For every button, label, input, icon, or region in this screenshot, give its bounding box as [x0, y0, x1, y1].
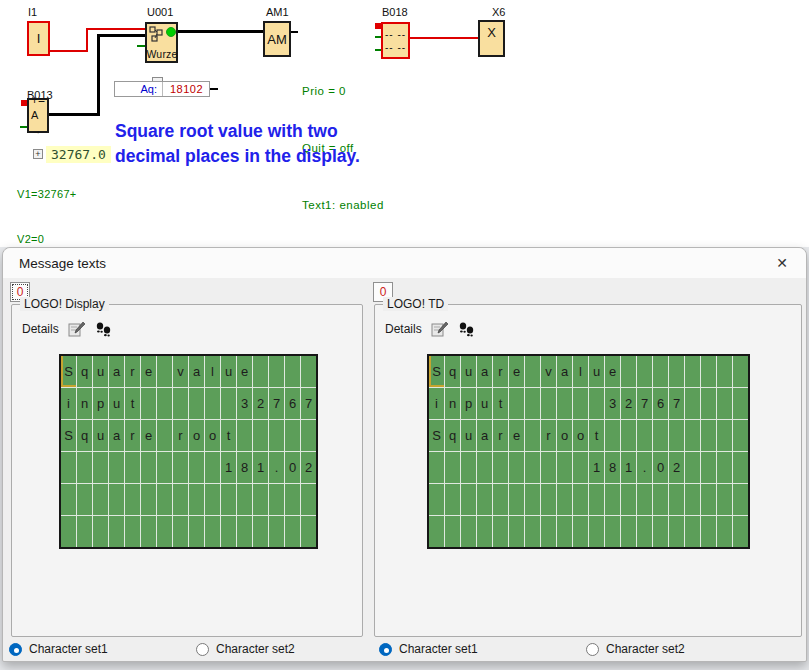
lcd-cell[interactable]: 8 [237, 452, 252, 483]
lcd-cell[interactable]: u [589, 356, 604, 387]
lcd-cell[interactable] [445, 452, 460, 483]
lcd-cell[interactable] [509, 484, 524, 515]
lcd-cell[interactable] [93, 452, 108, 483]
lcd-cell[interactable]: 3 [605, 388, 620, 419]
lcd-cell[interactable] [189, 452, 204, 483]
dialog-titlebar[interactable]: Message texts ✕ [3, 248, 806, 278]
lcd-cell[interactable] [509, 452, 524, 483]
lcd-cell[interactable]: l [205, 356, 220, 387]
lcd-cell[interactable] [509, 516, 524, 547]
lcd-cell[interactable] [125, 484, 140, 515]
lcd-cell[interactable] [205, 484, 220, 515]
lcd-cell[interactable] [685, 356, 700, 387]
lcd-cell[interactable] [621, 420, 636, 451]
lcd-cell[interactable] [557, 452, 572, 483]
lcd-cell[interactable] [205, 516, 220, 547]
lcd-cell[interactable] [125, 516, 140, 547]
lcd-cell[interactable] [573, 388, 588, 419]
lcd-cell[interactable] [733, 388, 748, 419]
lcd-cell[interactable] [237, 420, 252, 451]
radio-td-charset1[interactable]: Character set1 [379, 642, 478, 656]
lcd-cell[interactable]: o [205, 420, 220, 451]
lcd-cell[interactable] [157, 484, 172, 515]
lcd-cell[interactable] [701, 452, 716, 483]
lcd-cell[interactable]: e [509, 420, 524, 451]
lcd-cell[interactable] [525, 420, 540, 451]
lcd-cell[interactable] [605, 516, 620, 547]
lcd-cell[interactable] [109, 516, 124, 547]
lcd-cell[interactable] [253, 356, 268, 387]
lcd-cell[interactable] [653, 516, 668, 547]
lcd-cell[interactable] [157, 420, 172, 451]
lcd-cell[interactable] [733, 356, 748, 387]
lcd-cell[interactable]: 1 [621, 452, 636, 483]
lcd-cell[interactable]: i [429, 388, 444, 419]
lcd-cell[interactable]: a [109, 356, 124, 387]
lcd-cell[interactable]: r [173, 420, 188, 451]
lcd-cell[interactable] [621, 516, 636, 547]
lcd-cell[interactable] [461, 452, 476, 483]
lcd-cell[interactable] [157, 516, 172, 547]
radio-display-charset1[interactable]: Character set1 [9, 642, 108, 656]
lcd-cell[interactable]: 6 [285, 388, 300, 419]
lcd-cell[interactable]: t [221, 420, 236, 451]
lcd-cell[interactable] [653, 356, 668, 387]
lcd-cell[interactable] [637, 356, 652, 387]
lcd-cell[interactable]: r [125, 356, 140, 387]
lcd-cell[interactable] [77, 484, 92, 515]
lcd-cell[interactable] [733, 420, 748, 451]
lcd-cell[interactable] [141, 452, 156, 483]
lcd-cell[interactable] [109, 484, 124, 515]
lcd-cell[interactable]: p [461, 388, 476, 419]
lcd-cell[interactable]: 1 [253, 452, 268, 483]
lcd-cell[interactable] [717, 484, 732, 515]
lcd-cell[interactable] [237, 484, 252, 515]
lcd-cell[interactable]: p [93, 388, 108, 419]
block-i1[interactable]: I [27, 21, 50, 56]
lcd-cell[interactable] [61, 452, 76, 483]
lcd-cell[interactable] [109, 452, 124, 483]
lcd-cell[interactable] [189, 388, 204, 419]
lcd-cell[interactable] [541, 388, 556, 419]
lcd-cell[interactable]: v [541, 356, 556, 387]
lcd-cell[interactable] [733, 484, 748, 515]
lcd-cell[interactable] [269, 484, 284, 515]
lcd-cell[interactable] [685, 420, 700, 451]
lcd-cell[interactable]: q [77, 356, 92, 387]
lcd-cell[interactable]: . [269, 452, 284, 483]
lcd-cell[interactable] [557, 388, 572, 419]
lcd-cell[interactable] [445, 484, 460, 515]
lcd-cell[interactable] [285, 356, 300, 387]
lcd-cell[interactable] [669, 516, 684, 547]
lcd-cell[interactable] [301, 420, 316, 451]
ticker-footprints-icon[interactable] [95, 320, 113, 337]
lcd-cell[interactable] [253, 484, 268, 515]
block-am1[interactable]: AM [263, 21, 291, 57]
lcd-cell[interactable] [717, 388, 732, 419]
lcd-cell[interactable] [301, 516, 316, 547]
lcd-cell[interactable] [157, 452, 172, 483]
lcd-cell[interactable]: 7 [669, 388, 684, 419]
lcd-cell[interactable]: 8 [605, 452, 620, 483]
lcd-cell[interactable]: u [461, 420, 476, 451]
lcd-cell[interactable] [589, 388, 604, 419]
lcd-cell[interactable] [621, 356, 636, 387]
lcd-cell[interactable] [717, 420, 732, 451]
lcd-cell[interactable] [573, 516, 588, 547]
lcd-cell[interactable] [253, 420, 268, 451]
lcd-cell[interactable] [61, 484, 76, 515]
lcd-cell[interactable] [141, 516, 156, 547]
lcd-cell[interactable] [493, 484, 508, 515]
lcd-cell[interactable] [525, 356, 540, 387]
lcd-cell[interactable] [285, 516, 300, 547]
lcd-cell[interactable] [653, 420, 668, 451]
lcd-cell[interactable]: 1 [589, 452, 604, 483]
lcd-cell[interactable] [301, 356, 316, 387]
lcd-cell[interactable]: 2 [621, 388, 636, 419]
lcd-cell[interactable]: 1 [221, 452, 236, 483]
lcd-cell[interactable]: v [173, 356, 188, 387]
lcd-cell[interactable]: e [141, 356, 156, 387]
lcd-grid-display[interactable]: Squarevalueinput32767Squareroot181.02 [59, 354, 318, 549]
lcd-cell[interactable] [717, 452, 732, 483]
lcd-cell[interactable] [221, 484, 236, 515]
